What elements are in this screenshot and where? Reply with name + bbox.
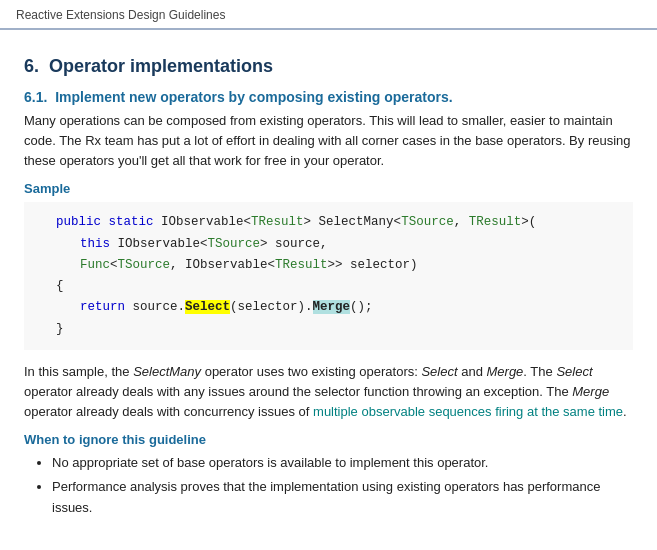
desc-select1: Select	[421, 364, 457, 379]
section-heading: 6. Operator implementations	[24, 56, 633, 77]
code-line-4: {	[56, 276, 617, 297]
desc-teal-text: multiple observable sequences firing at …	[313, 404, 623, 419]
bullet-item-2: Performance analysis proves that the imp…	[52, 477, 633, 517]
subsection-title: Implement new operators by composing exi…	[55, 89, 453, 105]
code-line-2: this IObservable<TSource> source,	[56, 234, 617, 255]
code-line-6: }	[56, 319, 617, 340]
desc-part1: In this sample, the	[24, 364, 133, 379]
subsection-heading: 6.1. Implement new operators by composin…	[24, 89, 633, 105]
section-title: Operator implementations	[49, 56, 273, 76]
desc-part6: operator already deals with concurrency …	[24, 404, 313, 419]
desc-part2: operator uses two existing operators:	[201, 364, 421, 379]
desc-merge2: Merge	[572, 384, 609, 399]
sample-label: Sample	[24, 181, 633, 196]
desc-selectmany: SelectMany	[133, 364, 201, 379]
desc-merge1: Merge	[487, 364, 524, 379]
bullet-list: No appropriate set of base operators is …	[52, 453, 633, 517]
section-number: 6.	[24, 56, 39, 76]
code-block: public static IObservable<TResult> Selec…	[24, 202, 633, 350]
top-bar: Reactive Extensions Design Guidelines	[0, 0, 657, 29]
description-text: In this sample, the SelectMany operator …	[24, 362, 633, 422]
desc-part4: . The	[523, 364, 556, 379]
intro-text: Many operations can be composed from exi…	[24, 111, 633, 171]
code-line-5: return source.Select(selector).Merge();	[56, 297, 617, 318]
code-line-1: public static IObservable<TResult> Selec…	[56, 212, 617, 233]
bullet-item-1: No appropriate set of base operators is …	[52, 453, 633, 473]
desc-part3: and	[458, 364, 487, 379]
when-ignore-heading: When to ignore this guideline	[24, 432, 633, 447]
code-line-3: Func<TSource, IObservable<TResult>> sele…	[56, 255, 617, 276]
desc-select2: Select	[556, 364, 592, 379]
top-bar-label: Reactive Extensions Design Guidelines	[16, 8, 225, 22]
desc-part7: .	[623, 404, 627, 419]
subsection-number: 6.1.	[24, 89, 47, 105]
desc-part5: operator already deals with any issues a…	[24, 384, 572, 399]
